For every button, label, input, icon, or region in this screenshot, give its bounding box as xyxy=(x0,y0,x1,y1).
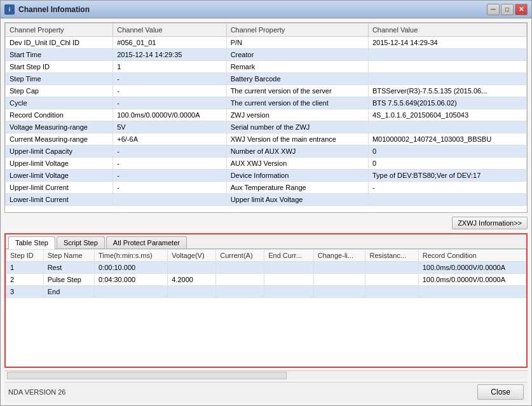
info-cell-r3c2: Battery Barcode xyxy=(226,73,368,85)
info-cell-r2c3 xyxy=(368,61,526,73)
col-header-prop1: Channel Property xyxy=(6,24,113,37)
tab-atl-protect[interactable]: Atl Protect Parameter xyxy=(106,236,187,248)
content-area: Channel Property Channel Value Channel P… xyxy=(1,18,531,405)
info-cell-r7c1: 5V xyxy=(113,121,226,133)
info-cell-r11c1: - xyxy=(113,170,226,182)
horizontal-scrollbar[interactable] xyxy=(7,372,287,379)
step-cell-r1c3: 4.2000 xyxy=(168,274,216,286)
step-cell-r0c3 xyxy=(168,262,216,274)
info-cell-r9c1: - xyxy=(113,145,226,158)
info-cell-r9c0: Upper-limit Capacity xyxy=(6,145,113,158)
window-close-button[interactable]: ✕ xyxy=(515,4,528,15)
step-col-end-curr: End Curr... xyxy=(264,250,313,262)
step-cell-r0c5 xyxy=(264,262,313,274)
tab-table-step[interactable]: Table Step xyxy=(8,236,55,249)
info-cell-r6c0: Record Condition xyxy=(6,109,113,121)
info-table-row: Step Cap-The current version of the serv… xyxy=(6,85,527,97)
info-cell-r3c1: - xyxy=(113,73,226,85)
info-cell-r1c1: 2015-12-14 14:29:35 xyxy=(113,49,226,61)
maximize-button[interactable]: □ xyxy=(501,4,514,15)
info-table-container[interactable]: Channel Property Channel Value Channel P… xyxy=(4,22,528,213)
info-cell-r11c0: Lower-limit Voltage xyxy=(6,170,113,182)
info-cell-r4c3: BTSServer(R3)-7.5.5.135 (2015.06... xyxy=(368,85,526,97)
info-cell-r1c3 xyxy=(368,49,526,61)
info-cell-r6c3: 4S_1.0.1.6_20150604_105043 xyxy=(368,109,526,121)
window-icon: i xyxy=(4,4,15,15)
info-cell-r5c3: BTS 7.5.5.649(2015.06.02) xyxy=(368,97,526,109)
step-col-record: Record Condition xyxy=(418,250,526,262)
info-table-row: Upper-limit Capacity-Number of AUX XWJ0 xyxy=(6,145,527,158)
info-cell-r2c2: Remark xyxy=(226,61,368,73)
status-text: NDA VERSION 26 xyxy=(8,388,477,396)
step-col-name: Step Name xyxy=(43,250,94,262)
tab-script-step[interactable]: Script Step xyxy=(57,236,105,248)
info-cell-r6c2: ZWJ version xyxy=(226,109,368,121)
step-cell-r1c0: 2 xyxy=(6,274,44,286)
info-cell-r10c0: Upper-limit Voltage xyxy=(6,158,113,170)
step-table-container[interactable]: Step ID Step Name Time(h:min:s.ms) Volta… xyxy=(6,249,526,367)
step-col-id: Step ID xyxy=(6,250,44,262)
info-cell-r0c1: #056_01_01 xyxy=(113,37,226,49)
step-cell-r0c7 xyxy=(365,262,418,274)
step-col-resistance: Resistanc... xyxy=(365,250,418,262)
info-table-row: Upper-limit Current-Aux Temperature Rang… xyxy=(6,182,527,194)
step-cell-r1c2: 0:04:30.000 xyxy=(95,274,168,286)
title-bar: i Channel Infomation ─ □ ✕ xyxy=(1,1,531,18)
info-cell-r9c2: Number of AUX XWJ xyxy=(226,145,368,158)
info-cell-r11c3: Type of DEV:BTS80;Ver of DEV:17 xyxy=(368,170,526,182)
step-cell-r2c1: End xyxy=(43,286,94,298)
info-table-row: Record Condition100.0ms/0.0000V/0.0000AZ… xyxy=(6,109,527,121)
info-cell-r10c3: 0 xyxy=(368,158,526,170)
close-button[interactable]: Close xyxy=(477,384,524,400)
step-cell-r1c7 xyxy=(365,274,418,286)
info-cell-r3c0: Step Time xyxy=(6,73,113,85)
step-cell-r1c4 xyxy=(216,274,264,286)
col-header-prop2: Channel Property xyxy=(226,24,368,37)
info-cell-r8c3: M01000002_140724_103003_BBSBU xyxy=(368,133,526,145)
info-table-row: Start Time2015-12-14 14:29:35Creator xyxy=(6,49,527,61)
info-cell-r4c1: - xyxy=(113,85,226,97)
info-cell-r4c0: Step Cap xyxy=(6,85,113,97)
step-cell-r0c2: 0:00:10.000 xyxy=(95,262,168,274)
info-table-row: Current Measuring-range+6/-6AXWJ Version… xyxy=(6,133,527,145)
horizontal-scrollbar-area xyxy=(4,370,528,379)
window-title: Channel Infomation xyxy=(18,5,487,14)
info-table-row: Voltage Measuring-range5VSerial number o… xyxy=(6,121,527,133)
zwxj-button-row: ZXWJ Information>> xyxy=(4,215,528,231)
col-header-val1: Channel Value xyxy=(113,24,226,37)
step-cell-r2c2 xyxy=(95,286,168,298)
info-cell-r13c1 xyxy=(113,194,226,206)
step-table-row: 1Rest0:00:10.000100.0ms/0.0000V/0.0000A xyxy=(6,262,526,274)
info-table-row: Step Time-Battery Barcode xyxy=(6,73,527,85)
step-cell-r0c6 xyxy=(313,262,365,274)
info-cell-r13c3 xyxy=(368,194,526,206)
tabs-row: Table Step Script Step Atl Protect Param… xyxy=(6,234,526,249)
info-cell-r5c2: The current version of the client xyxy=(226,97,368,109)
info-cell-r7c2: Serial number of the ZWJ xyxy=(226,121,368,133)
info-table-row: Start Step ID1Remark xyxy=(6,61,527,73)
info-cell-r10c1: - xyxy=(113,158,226,170)
info-cell-r0c2: P/N xyxy=(226,37,368,49)
info-cell-r10c2: AUX XWJ Version xyxy=(226,158,368,170)
info-table-row: Cycle-The current version of the clientB… xyxy=(6,97,527,109)
step-cell-r1c1: Pulse Step xyxy=(43,274,94,286)
zwxj-info-button[interactable]: ZXWJ Information>> xyxy=(452,217,528,229)
minimize-button[interactable]: ─ xyxy=(487,4,500,15)
step-cell-r2c8 xyxy=(418,286,526,298)
info-cell-r6c1: 100.0ms/0.0000V/0.0000A xyxy=(113,109,226,121)
step-cell-r2c6 xyxy=(313,286,365,298)
step-cell-r2c5 xyxy=(264,286,313,298)
info-cell-r8c0: Current Measuring-range xyxy=(6,133,113,145)
info-cell-r13c0: Lower-limit Current xyxy=(6,194,113,206)
info-cell-r1c0: Start Time xyxy=(6,49,113,61)
info-table: Channel Property Channel Value Channel P… xyxy=(5,23,527,206)
step-cell-r0c8: 100.0ms/0.0000V/0.0000A xyxy=(418,262,526,274)
info-cell-r9c3: 0 xyxy=(368,145,526,158)
step-col-voltage: Voltage(V) xyxy=(168,250,216,262)
bottom-section: Table Step Script Step Atl Protect Param… xyxy=(4,233,528,368)
title-bar-buttons: ─ □ ✕ xyxy=(487,4,528,15)
step-cell-r2c0: 3 xyxy=(6,286,44,298)
info-table-row: Lower-limit Voltage-Device InformationTy… xyxy=(6,170,527,182)
info-cell-r2c1: 1 xyxy=(113,61,226,73)
step-col-time: Time(h:min:s.ms) xyxy=(95,250,168,262)
